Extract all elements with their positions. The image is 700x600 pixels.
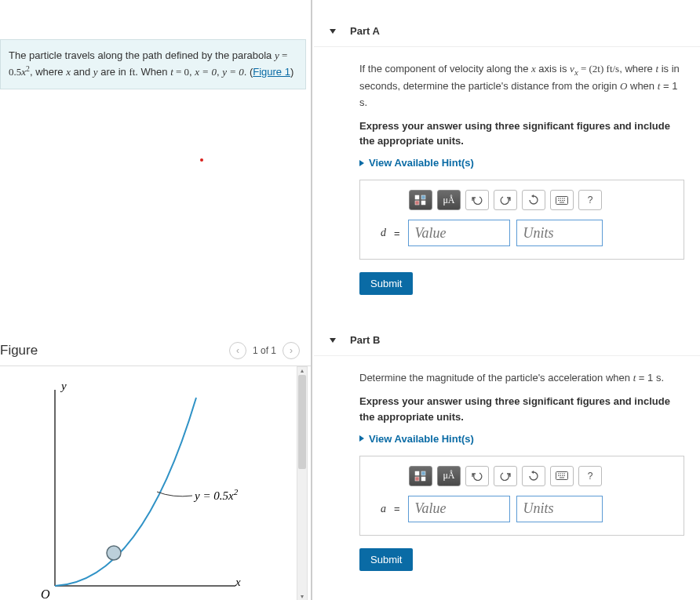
figure-svg: y x O y = 0.5x2 [24,374,267,600]
figure-header: Figure ‹ 1 of 1 › [0,333,311,366]
curve-sup: 2 [234,487,239,496]
undo-button[interactable] [465,466,489,486]
redo-icon [500,195,511,205]
part-b-var: a [381,503,386,515]
part-a-question: If the component of velocity along the x… [359,61,684,111]
part-b-question: Determine the magnitude of the particle'… [359,370,684,386]
svg-rect-15 [421,477,425,481]
svg-rect-7 [421,201,425,205]
problem-statement: The particle travels along the path defi… [0,39,306,89]
keyboard-button[interactable] [550,466,574,486]
symbols-button[interactable]: μÅ [437,466,461,486]
redo-button[interactable] [494,466,517,486]
figure-scrollbar[interactable]: ▴ ▾ [297,366,308,600]
part-b-units-input[interactable] [516,496,603,522]
yeq0: y = 0 [222,66,244,78]
fraction-icon [414,471,427,482]
caret-right-icon [359,435,364,442]
qa-eq: = [578,63,589,75]
part-a-units-input[interactable] [516,220,603,246]
part-b-input-row: a = [381,496,674,522]
part-a-value-input[interactable] [408,220,510,246]
figure-body: y x O y = 0.5x2 ▴ ▾ [0,366,311,600]
scroll-up-icon[interactable]: ▴ [298,367,306,375]
figure-count: 1 of 1 [253,345,276,356]
right-panel: Part A If the component of velocity alon… [314,0,700,600]
qb-t2: = 1 s. [636,372,664,384]
part-b-body: Determine the magnitude of the particle'… [314,356,700,579]
part-b-value-input[interactable] [408,496,510,522]
reset-button[interactable] [522,466,545,486]
part-a-toolbar: μÅ ? [409,190,674,210]
hints-label: View Available Hint(s) [369,157,474,169]
figure-prev-button[interactable]: ‹ [229,342,246,359]
undo-icon [472,195,483,205]
qa-t5: when [627,80,657,92]
part-b-submit-button[interactable]: Submit [359,548,413,571]
part-b-title: Part B [350,334,380,346]
qa-val: (2t) ft/s [589,63,620,75]
part-b-answer-box: μÅ ? a = [359,456,684,536]
reset-button[interactable] [522,190,545,210]
hints-label-b: View Available Hint(s) [369,433,474,445]
templates-button[interactable] [409,190,432,210]
left-panel: The particle travels along the path defi… [0,0,312,600]
xeq0: x = 0 [195,66,217,78]
svg-rect-12 [415,471,419,475]
qb-t1: Determine the magnitude of the particle'… [359,372,633,384]
problem-text: The particle travels along the path defi… [9,49,275,61]
eq-sign: = [279,49,288,61]
help-button[interactable]: ? [578,190,602,210]
part-b-header[interactable]: Part B [314,325,700,356]
svg-rect-14 [421,471,425,475]
svg-point-2 [107,546,121,560]
part-b-toolbar: μÅ ? [409,466,674,486]
qa-t3: , where [619,63,655,75]
qa-t1: If the component of velocity along the [359,63,531,75]
equals-sign-b: = [394,503,400,515]
keyboard-icon [556,471,568,480]
redo-button[interactable] [494,190,517,210]
axis-y-label: y [60,380,67,392]
part-a-submit-button[interactable]: Submit [359,272,413,295]
figure-link[interactable]: Figure 1 [253,66,290,78]
undo-button[interactable] [465,190,489,210]
templates-button[interactable] [409,466,432,486]
keyboard-button[interactable] [550,190,574,210]
scrollbar-thumb[interactable] [298,375,306,469]
eq-05: 0.5 [9,66,21,78]
svg-text:y = 0.5x2: y = 0.5x2 [193,487,239,502]
help-button[interactable]: ? [578,466,602,486]
marker-dot [200,158,203,162]
caret-down-icon [330,338,336,343]
keyboard-icon [556,196,568,205]
svg-rect-6 [421,195,425,199]
problem-text-4: are in [98,66,129,78]
problem-text-2: , where [30,66,66,78]
reset-icon [528,195,539,205]
axis-x-label: x [235,576,241,588]
problem-text-5: . When [135,66,170,78]
curve-label: y = 0.5x [193,489,234,502]
part-a-var: d [381,227,386,239]
equals-sign: = [394,227,400,239]
reset-icon [528,471,539,482]
scroll-down-icon[interactable]: ▾ [298,593,306,600]
redo-icon [500,471,511,481]
caret-right-icon [359,160,364,166]
svg-rect-13 [415,477,419,481]
part-a-answer-box: μÅ ? d = [359,180,684,260]
part-a-input-row: d = [381,220,674,246]
period: . [244,66,250,78]
figure-next-button[interactable]: › [283,342,300,359]
svg-rect-4 [415,195,419,199]
problem-text-3: and [71,66,93,78]
part-a-header[interactable]: Part A [314,16,700,47]
svg-rect-5 [415,201,419,205]
part-b-hints-link[interactable]: View Available Hint(s) [359,433,474,445]
symbols-button[interactable]: μÅ [437,190,461,210]
figure-title: Figure [0,343,226,358]
part-b-instruction: Express your answer using three signific… [359,394,684,424]
fig-close: ) [290,66,293,78]
part-a-hints-link[interactable]: View Available Hint(s) [359,157,474,169]
